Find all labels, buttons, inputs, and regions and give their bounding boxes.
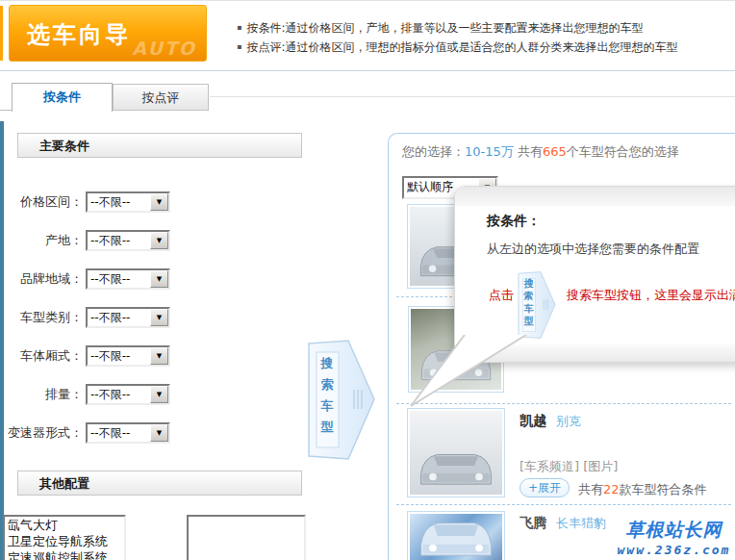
intro-bullet-review: ▪按点评:通过价格区间，理想的指标分值或是适合您的人群分类来选择出您理想的车型 (237, 38, 677, 57)
expand-button[interactable]: +展开 (520, 478, 570, 497)
car-photo-icon (410, 514, 502, 560)
tab-baseline (0, 110, 12, 111)
header: 选车向导 AUTO ▪按条件:通过价格区间，产地，排量等以及一些主要配置来选择出… (0, 0, 735, 71)
bullet-icon: ▪ (237, 23, 241, 32)
select-value: --不限-- (88, 309, 150, 326)
match-suffix: 款车型符合条件 (620, 482, 707, 496)
site-watermark-name: 草根站长网 (609, 518, 735, 543)
displacement-select[interactable]: --不限--▼ (86, 384, 170, 405)
popup-title: 按条件： (487, 213, 541, 230)
filter-label: 变速器形式： (0, 422, 83, 444)
site-watermark: 草根站长网 www.236z.com (609, 518, 735, 557)
chevron-down-icon[interactable]: ▼ (150, 232, 168, 249)
transmission-select[interactable]: --不限--▼ (86, 422, 170, 444)
filter-label: 品牌地域： (0, 268, 83, 290)
tab-by-review[interactable]: 按点评 (113, 84, 209, 111)
filter-row-price: 价格区间：--不限--▼ (0, 191, 170, 215)
filter-row-brand-region: 品牌地域：--不限--▼ (0, 268, 170, 292)
search-button-illustration-label: 搜索车型 (521, 277, 536, 327)
car-item-links: [车系频道] [图片] (520, 458, 618, 475)
config-option[interactable]: 定速巡航控制系统 (5, 549, 124, 560)
select-value: --不限-- (88, 347, 150, 365)
count-prefix: 共有 (518, 144, 543, 159)
banner-edge (0, 6, 3, 61)
filter-label: 价格区间： (0, 191, 83, 213)
car-photo (410, 411, 502, 495)
car-item-title: 凯越别克 (520, 413, 581, 430)
section-main-conditions: 主要条件 (17, 133, 302, 158)
grip-lines-icon (544, 299, 549, 310)
popup-instruction: 从左边的选项中选择您需要的条件配置 (487, 241, 699, 258)
chevron-down-icon[interactable]: ▼ (150, 270, 168, 288)
popup-tail (409, 335, 529, 412)
pictures-link[interactable]: [图片] (583, 459, 618, 473)
brand-region-select[interactable]: --不限--▼ (86, 268, 170, 290)
filter-row-vehicle-class: 车型类别：--不限--▼ (0, 307, 170, 330)
filter-label: 车体厢式： (0, 345, 83, 367)
selection-summary: 您的选择：10-15万 共有665个车型符合您的选择 (402, 143, 679, 161)
bullet-icon: ▪ (237, 42, 241, 51)
selection-value: 10-15万 (465, 144, 514, 159)
chevron-down-icon[interactable]: ▼ (150, 347, 168, 365)
car-photo-icon (410, 435, 502, 495)
wizard-logo: 选车向导 AUTO (9, 5, 207, 62)
car-name[interactable]: 飞腾 (520, 515, 546, 530)
intro-text: 按条件:通过价格区间，产地，排量等以及一些主要配置来选择出您理想的车型 (246, 21, 643, 35)
origin-select[interactable]: --不限--▼ (86, 230, 170, 251)
select-value: --不限-- (88, 232, 150, 249)
match-count: 665 (543, 144, 567, 159)
series-channel-link[interactable]: [车系频道] (520, 459, 579, 473)
popup-instruction-2: 搜索车型按钮，这里会显示出满足 (567, 287, 735, 304)
grip-lines-icon (353, 390, 363, 409)
select-value: --不限-- (88, 386, 150, 403)
search-cars-button-label[interactable]: 搜索车型 (317, 353, 338, 438)
chevron-down-icon[interactable]: ▼ (150, 424, 168, 442)
car-photo (410, 514, 502, 560)
car-brand-link[interactable]: 长丰猎豹 (556, 516, 606, 530)
match-count: 22 (603, 482, 620, 496)
intro-bullets: ▪按条件:通过价格区间，产地，排量等以及一些主要配置来选择出您理想的车型 ▪按点… (237, 18, 677, 57)
intro-bullet-condition: ▪按条件:通过价格区间，产地，排量等以及一些主要配置来选择出您理想的车型 (237, 18, 677, 38)
filter-row-origin: 产地：--不限--▼ (0, 230, 170, 253)
select-value: --不限-- (88, 270, 150, 288)
car-thumbnail[interactable] (407, 511, 505, 560)
car-item-title: 飞腾长丰猎豹 (520, 515, 606, 532)
car-thumbnail[interactable] (407, 408, 505, 497)
select-value: --不限-- (88, 193, 150, 211)
chevron-down-icon[interactable]: ▼ (150, 309, 168, 326)
car-wizard-page: 选车向导 AUTO ▪按条件:通过价格区间，产地，排量等以及一些主要配置来选择出… (0, 0, 735, 560)
filter-row-body-style: 车体厢式：--不限--▼ (0, 345, 170, 369)
selected-options-listbox[interactable] (187, 515, 306, 560)
filter-label: 车型类别： (0, 307, 83, 328)
car-name[interactable]: 凯越 (520, 413, 546, 428)
chevron-down-icon[interactable]: ▼ (150, 386, 168, 403)
count-suffix: 个车型符合您的选择 (567, 144, 679, 159)
selection-label: 您的选择： (402, 144, 465, 159)
intro-text: 按点评:通过价格区间，理想的指标分值或是适合您的人群分类来选择出您理想的车型 (246, 40, 677, 54)
filter-row-transmission: 变速器形式：--不限--▼ (0, 422, 170, 445)
section-other-config: 其他配置 (17, 471, 302, 496)
match-prefix: 共有 (578, 482, 603, 496)
body-style-select[interactable]: --不限--▼ (86, 345, 170, 367)
car-brand-link[interactable]: 别克 (556, 414, 581, 428)
price-range-select[interactable]: --不限--▼ (86, 191, 170, 213)
match-count-line: 共有22款车型符合条件 (578, 481, 707, 498)
popup-top-strip (455, 187, 735, 206)
tab-by-condition[interactable]: 按条件 (12, 83, 113, 112)
chevron-down-icon[interactable]: ▼ (150, 193, 168, 211)
tab-extension-line (210, 96, 735, 97)
vehicle-class-select[interactable]: --不限--▼ (86, 307, 170, 328)
filter-label: 产地： (0, 230, 83, 251)
select-value: --不限-- (88, 424, 150, 442)
popup-click-label: 点击 (489, 287, 514, 304)
page-title: 选车向导 (27, 19, 131, 50)
config-option[interactable]: 卫星定位导航系统 (5, 533, 124, 549)
filter-label: 排量： (0, 384, 83, 405)
config-option[interactable]: 氙气大灯 (5, 517, 124, 533)
filter-row-displacement: 排量：--不限--▼ (0, 384, 170, 407)
auto-watermark: AUTO (132, 38, 196, 59)
config-options-listbox[interactable]: 氙气大灯 卫星定位导航系统 定速巡航控制系统 (3, 515, 126, 560)
dashed-divider (396, 504, 731, 505)
left-accent-bar (0, 121, 4, 560)
site-watermark-url: www.236z.com (609, 543, 735, 557)
